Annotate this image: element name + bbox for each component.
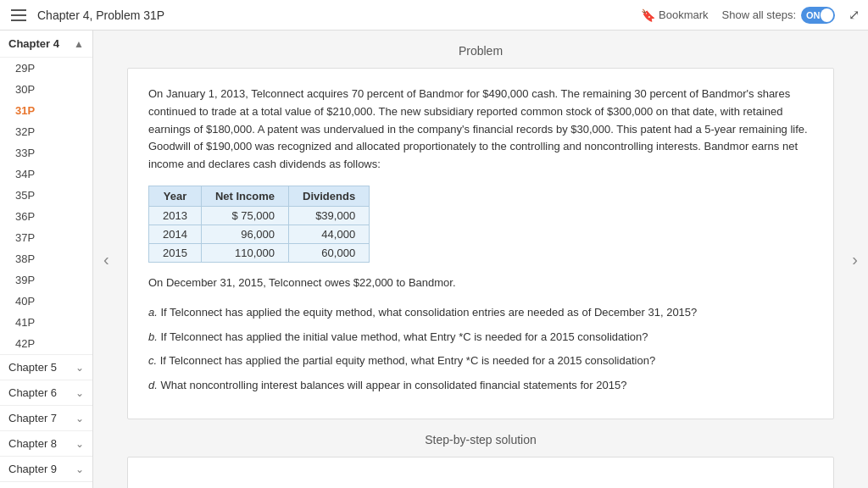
expand-icon[interactable]: ⤢	[849, 7, 860, 23]
topbar-title: Chapter 4, Problem 31P	[37, 8, 641, 22]
sidebar-item-36P[interactable]: 36P	[0, 206, 92, 227]
chapter-group-label: Chapter 8	[8, 437, 57, 450]
income-dividends-table: Year Net Income Dividends 2013$ 75,000$3…	[148, 186, 370, 263]
subproblem-text: What noncontrolling interest balances wi…	[160, 379, 626, 391]
chapter-group-chevron: ⌄	[75, 413, 84, 424]
subproblems-container: a. If Telconnect has applied the equity …	[148, 304, 813, 395]
table-cell: 2015	[149, 243, 202, 262]
table-row: 2015110,00060,000	[149, 243, 370, 262]
chapter-group-label: Chapter 6	[8, 386, 57, 399]
menu-icon[interactable]	[8, 5, 29, 25]
table-header-dividends: Dividends	[289, 186, 370, 206]
toggle-label: ON	[806, 10, 821, 20]
sidebar-item-33P[interactable]: 33P	[0, 142, 92, 164]
subproblem-a: a. If Telconnect has applied the equity …	[148, 304, 813, 322]
subproblem-b: b. If Telconnect has applied the initial…	[148, 329, 813, 347]
chapter-group-chevron: ⌄	[75, 362, 84, 374]
bookmark-label: Bookmark	[659, 8, 709, 21]
problem-body: On January 1, 2013, Telconnect acquires …	[148, 86, 813, 174]
chapter4-label: Chapter 4	[8, 37, 59, 50]
subproblem-label: d.	[148, 379, 158, 391]
chapter-group-chapter10[interactable]: Chapter 10⌄	[0, 481, 92, 488]
sidebar-item-42P[interactable]: 42P	[0, 333, 92, 354]
main-layout: Chapter 4 ▲ 29P30P31P32P33P34P35P36P37P3…	[0, 30, 868, 488]
table-row: 201496,00044,000	[149, 225, 370, 243]
chapter-group-chapter9[interactable]: Chapter 9⌄	[0, 456, 92, 481]
subproblem-text: If Telconnect has applied the partial eq…	[160, 354, 655, 367]
table-row: 2013$ 75,000$39,000	[149, 206, 370, 225]
table-cell: 110,000	[201, 243, 288, 262]
solution-section-title: Step-by-step solution	[127, 433, 834, 446]
chapter-group-chevron: ⌄	[75, 438, 84, 450]
subproblem-text: If Telconnect has applied the equity met…	[160, 306, 697, 319]
chapter-group-label: Chapter 9	[8, 463, 57, 475]
table-cell: $ 75,000	[201, 206, 288, 225]
chapter-group-label: Chapter 7	[8, 412, 57, 424]
chapter-group-chapter8[interactable]: Chapter 8⌄	[0, 430, 92, 456]
subproblem-label: b.	[148, 330, 158, 343]
chapter4-header[interactable]: Chapter 4 ▲	[0, 30, 92, 58]
sidebar-item-35P[interactable]: 35P	[0, 185, 92, 206]
sidebar-item-32P[interactable]: 32P	[0, 121, 92, 142]
bookmark-button[interactable]: 🔖 Bookmark	[641, 8, 709, 22]
table-cell: 2014	[149, 225, 202, 243]
subproblem-text: If Telconnect has applied the initial va…	[160, 330, 648, 343]
toggle-knob	[821, 8, 834, 22]
sidebar-item-39P[interactable]: 39P	[0, 269, 92, 291]
problem-section-title: Problem	[127, 44, 834, 58]
subproblem-label: a.	[148, 306, 158, 319]
sidebar-item-37P[interactable]: 37P	[0, 227, 92, 248]
table-cell: 44,000	[289, 225, 370, 243]
sidebar-items-list: 29P30P31P32P33P34P35P36P37P38P39P40P41P4…	[0, 58, 92, 354]
show-all-steps-container: Show all steps: ON	[722, 7, 835, 24]
subproblem-c: c. If Telconnect has applied the partial…	[148, 352, 813, 370]
chapter-group-chapter5[interactable]: Chapter 5⌄	[0, 354, 92, 380]
bookmark-icon: 🔖	[641, 8, 655, 22]
sidebar-item-30P[interactable]: 30P	[0, 79, 92, 100]
nav-arrow-right[interactable]: ›	[845, 247, 865, 273]
chapter-groups-list: Chapter 5⌄Chapter 6⌄Chapter 7⌄Chapter 8⌄…	[0, 354, 92, 488]
chapter-group-chevron: ⌄	[75, 463, 84, 475]
topbar-right: 🔖 Bookmark Show all steps: ON ⤢	[641, 7, 860, 24]
chapter-group-label: Chapter 5	[8, 361, 57, 374]
sidebar-item-41P[interactable]: 41P	[0, 312, 92, 333]
toggle-switch[interactable]: ON	[801, 7, 835, 24]
problem-card: On January 1, 2013, Telconnect acquires …	[127, 68, 834, 419]
sidebar-item-29P[interactable]: 29P	[0, 58, 92, 79]
nav-arrow-left[interactable]: ‹	[97, 247, 116, 273]
content-area: ‹ › Problem On January 1, 2013, Telconne…	[93, 30, 868, 488]
table-cell: 96,000	[201, 225, 288, 243]
subproblem-label: c.	[148, 354, 157, 367]
chapter-group-chapter6[interactable]: Chapter 6⌄	[0, 380, 92, 405]
topbar: Chapter 4, Problem 31P 🔖 Bookmark Show a…	[0, 0, 868, 30]
chapter-group-chapter7[interactable]: Chapter 7⌄	[0, 405, 92, 430]
solution-card: There is no solution to this problem yet…	[127, 457, 834, 488]
sidebar-item-40P[interactable]: 40P	[0, 291, 92, 312]
sidebar-item-31P[interactable]: 31P	[0, 100, 92, 121]
table-header-netincome: Net Income	[201, 186, 288, 206]
after-table-text: On December 31, 2015, Telconnect owes $2…	[148, 274, 813, 292]
chapter4-chevron: ▲	[74, 38, 84, 50]
sidebar-item-38P[interactable]: 38P	[0, 248, 92, 269]
table-cell: 2013	[149, 206, 202, 225]
sidebar-item-34P[interactable]: 34P	[0, 164, 92, 185]
table-cell: 60,000	[289, 243, 370, 262]
sidebar: Chapter 4 ▲ 29P30P31P32P33P34P35P36P37P3…	[0, 30, 93, 488]
show-all-steps-label: Show all steps:	[722, 8, 796, 21]
chapter-group-chevron: ⌄	[75, 387, 84, 399]
table-cell: $39,000	[289, 206, 370, 225]
table-header-year: Year	[149, 186, 202, 206]
subproblem-d: d. What noncontrolling interest balances…	[148, 377, 813, 395]
